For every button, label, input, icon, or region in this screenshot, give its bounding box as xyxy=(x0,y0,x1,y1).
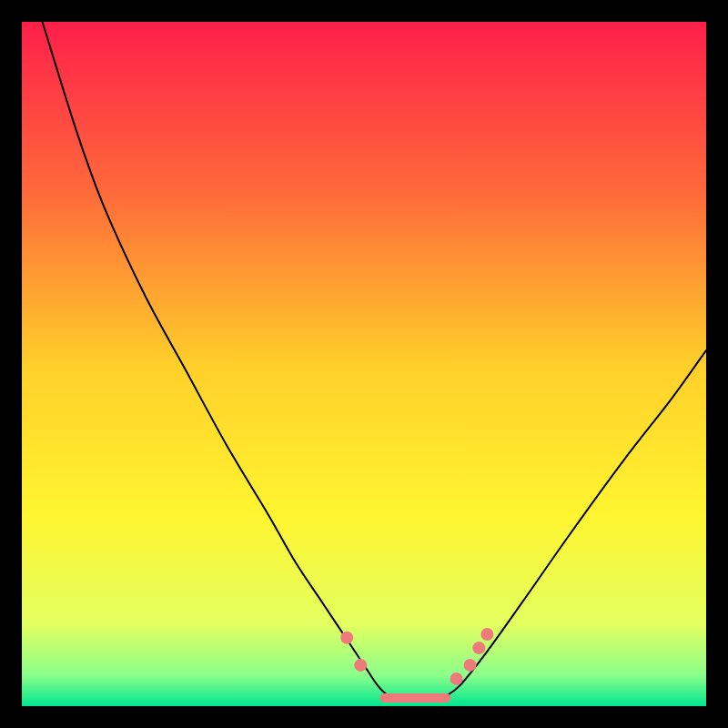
gradient-background xyxy=(22,22,706,706)
data-marker xyxy=(340,632,353,644)
data-marker xyxy=(480,628,493,641)
data-marker xyxy=(354,659,367,672)
bottleneck-chart xyxy=(22,22,706,706)
data-marker xyxy=(472,642,485,654)
data-marker xyxy=(450,672,463,685)
data-marker xyxy=(464,659,477,672)
chart-frame: TheBottleneck.com xyxy=(22,22,706,706)
